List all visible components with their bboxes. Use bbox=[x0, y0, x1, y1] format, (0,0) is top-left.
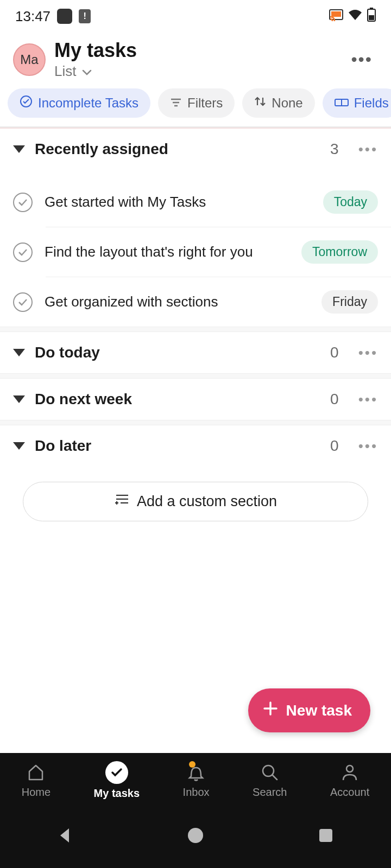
caret-down-icon bbox=[13, 145, 25, 153]
recent-apps-button[interactable] bbox=[316, 825, 336, 846]
person-icon bbox=[339, 762, 360, 783]
bottom-nav: Home My tasks Inbox Search Account bbox=[0, 753, 391, 803]
chip-incomplete-tasks[interactable]: Incomplete Tasks bbox=[8, 88, 150, 118]
svg-rect-22 bbox=[319, 829, 332, 842]
section-count: 0 bbox=[330, 437, 339, 455]
status-bar: 13:47 ! bbox=[0, 0, 391, 33]
notification-dot bbox=[189, 761, 195, 768]
nav-search[interactable]: Search bbox=[253, 762, 287, 799]
check-circle-icon bbox=[20, 95, 33, 111]
status-alert-icon: ! bbox=[79, 9, 91, 23]
chip-filters[interactable]: Filters bbox=[158, 88, 235, 118]
cast-icon bbox=[329, 8, 343, 25]
avatar-initials: Ma bbox=[20, 52, 38, 67]
add-list-icon bbox=[114, 493, 129, 510]
due-badge: Friday bbox=[321, 290, 378, 314]
task-title: Get started with My Tasks bbox=[45, 193, 311, 212]
add-section-button[interactable]: Add a custom section bbox=[23, 482, 368, 521]
page-title: My tasks bbox=[54, 39, 337, 62]
filter-chips: Incomplete Tasks Filters None Fields bbox=[0, 84, 391, 126]
task-complete-checkbox[interactable] bbox=[13, 242, 33, 262]
battery-icon bbox=[367, 8, 376, 25]
section-header-do-next-week[interactable]: Do next week 0 ••• bbox=[0, 379, 391, 420]
chip-label: Filters bbox=[187, 95, 223, 111]
section-header-recently-assigned[interactable]: Recently assigned 3 ••• bbox=[0, 129, 391, 170]
svg-point-21 bbox=[188, 828, 203, 843]
caret-down-icon bbox=[13, 349, 25, 356]
filter-icon bbox=[170, 95, 182, 111]
fab-label: New task bbox=[286, 702, 352, 719]
back-button[interactable] bbox=[55, 825, 75, 846]
status-app-icon bbox=[57, 9, 72, 24]
caret-down-icon bbox=[13, 442, 25, 450]
sort-icon bbox=[254, 95, 266, 111]
check-circle-icon bbox=[105, 761, 128, 784]
caret-down-icon bbox=[13, 395, 25, 403]
nav-my-tasks[interactable]: My tasks bbox=[94, 761, 140, 800]
svg-line-19 bbox=[273, 775, 277, 780]
section-title: Do later bbox=[35, 437, 320, 455]
status-time: 13:47 bbox=[15, 8, 51, 25]
nav-label: Inbox bbox=[183, 786, 210, 799]
task-complete-checkbox[interactable] bbox=[13, 292, 33, 312]
task-row[interactable]: Get organized with sections Friday bbox=[0, 277, 391, 327]
home-button[interactable] bbox=[185, 825, 206, 846]
task-title: Get organized with sections bbox=[45, 293, 310, 311]
section-gap bbox=[0, 420, 391, 425]
new-task-fab[interactable]: New task bbox=[248, 688, 370, 732]
view-selector[interactable]: List bbox=[54, 63, 337, 80]
chip-sort[interactable]: None bbox=[242, 88, 314, 118]
more-button[interactable]: ••• bbox=[345, 44, 378, 75]
svg-rect-1 bbox=[331, 11, 341, 17]
chip-label: None bbox=[272, 95, 302, 111]
chip-label: Fields bbox=[354, 95, 389, 111]
section-more-button[interactable]: ••• bbox=[358, 344, 378, 361]
svg-rect-4 bbox=[369, 15, 374, 20]
task-title: Find the layout that's right for you bbox=[45, 243, 289, 261]
section-more-button[interactable]: ••• bbox=[358, 391, 378, 408]
chip-label: Incomplete Tasks bbox=[38, 95, 138, 111]
system-nav bbox=[0, 803, 391, 868]
chip-fields[interactable]: Fields bbox=[323, 88, 391, 118]
nav-account[interactable]: Account bbox=[330, 762, 369, 799]
wifi-icon bbox=[348, 8, 363, 25]
section-title: Do today bbox=[35, 344, 320, 361]
nav-inbox[interactable]: Inbox bbox=[183, 762, 210, 799]
nav-label: Account bbox=[330, 786, 369, 799]
task-row[interactable]: Find the layout that's right for you Tom… bbox=[0, 227, 391, 277]
section-more-button[interactable]: ••• bbox=[358, 141, 378, 158]
fields-icon bbox=[335, 95, 349, 111]
due-badge: Tomorrow bbox=[301, 240, 378, 264]
section-header-do-today[interactable]: Do today 0 ••• bbox=[0, 332, 391, 373]
chevron-down-icon bbox=[81, 63, 92, 80]
section-count: 0 bbox=[330, 391, 339, 408]
nav-home[interactable]: Home bbox=[22, 762, 51, 799]
plus-icon bbox=[262, 700, 279, 720]
section-header-do-later[interactable]: Do later 0 ••• bbox=[0, 425, 391, 467]
task-complete-checkbox[interactable] bbox=[13, 193, 33, 212]
svg-point-18 bbox=[263, 765, 274, 776]
svg-point-20 bbox=[346, 765, 353, 772]
section-title: Do next week bbox=[35, 391, 320, 408]
section-more-button[interactable]: ••• bbox=[358, 438, 378, 455]
section-gap bbox=[0, 373, 391, 379]
view-label: List bbox=[54, 63, 76, 80]
avatar[interactable]: Ma bbox=[13, 43, 46, 76]
nav-label: My tasks bbox=[94, 787, 140, 800]
section-count: 0 bbox=[330, 344, 339, 361]
task-row[interactable]: Get started with My Tasks Today bbox=[0, 177, 391, 227]
section-count: 3 bbox=[330, 141, 339, 158]
nav-label: Search bbox=[253, 786, 287, 799]
section-gap bbox=[0, 327, 391, 332]
header: Ma My tasks List ••• bbox=[0, 33, 391, 84]
home-icon bbox=[26, 762, 46, 783]
add-section-label: Add a custom section bbox=[137, 493, 277, 510]
section-title: Recently assigned bbox=[35, 141, 320, 158]
nav-label: Home bbox=[22, 786, 51, 799]
search-icon bbox=[260, 762, 280, 783]
due-badge: Today bbox=[323, 190, 378, 214]
